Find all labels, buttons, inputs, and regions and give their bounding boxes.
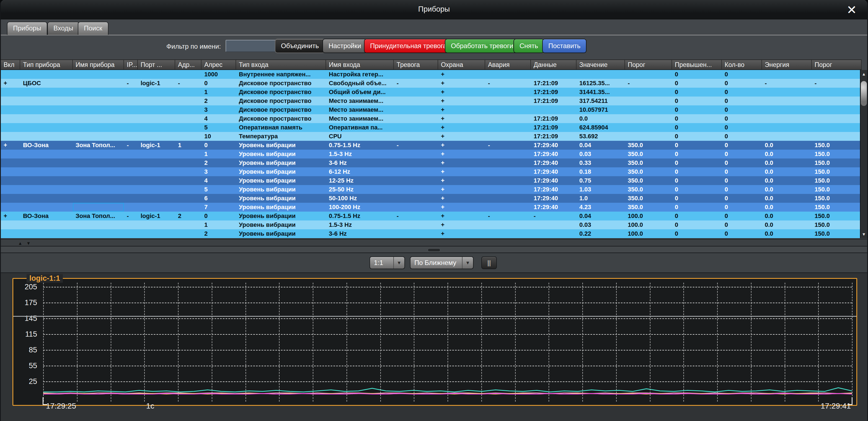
- table-cell[interactable]: 150.0: [812, 229, 862, 238]
- table-cell[interactable]: [124, 203, 138, 212]
- table-cell[interactable]: [124, 114, 138, 123]
- plot-area[interactable]: [43, 283, 852, 402]
- table-cell[interactable]: [175, 221, 202, 229]
- mode-select[interactable]: По Ближнему ▼: [410, 256, 473, 269]
- table-cell[interactable]: 1: [202, 88, 236, 97]
- table-cell[interactable]: logic-1: [138, 79, 175, 88]
- table-cell[interactable]: [124, 132, 138, 141]
- table-cell[interactable]: 0: [672, 150, 722, 159]
- table-row[interactable]: 1Уровень вибрации1.5-3 Hz+0.03100.0000.0…: [1, 221, 862, 229]
- column-header[interactable]: Кол-во: [722, 60, 762, 69]
- table-cell[interactable]: [1, 132, 20, 141]
- table-cell[interactable]: 150.0: [812, 150, 862, 159]
- table-cell[interactable]: [812, 105, 862, 114]
- table-cell[interactable]: [175, 150, 202, 159]
- table-cell[interactable]: 17:21:09: [531, 97, 577, 105]
- table-cell[interactable]: Зона Топол...: [73, 141, 124, 150]
- splitter[interactable]: [1, 247, 867, 253]
- table-cell[interactable]: [485, 97, 531, 105]
- table-cell[interactable]: Уровень вибрации: [236, 194, 326, 203]
- table-cell[interactable]: [394, 185, 438, 194]
- table-cell[interactable]: [20, 185, 73, 194]
- table-cell[interactable]: 0.04: [577, 141, 625, 150]
- table-cell[interactable]: Оперативная па...: [326, 123, 394, 132]
- table-cell[interactable]: 100.0: [625, 212, 672, 221]
- table-cell[interactable]: [762, 70, 812, 79]
- table-cell[interactable]: [175, 88, 202, 97]
- table-cell[interactable]: [73, 229, 124, 238]
- scrollbar-thumb[interactable]: [861, 81, 867, 106]
- table-cell[interactable]: [1, 229, 20, 238]
- table-cell[interactable]: [138, 132, 175, 141]
- table-cell[interactable]: [531, 229, 577, 238]
- table-row[interactable]: 2Уровень вибрации3-6 Hz+17:29:400.33350.…: [1, 159, 862, 167]
- table-cell[interactable]: [394, 97, 438, 105]
- table-cell[interactable]: +: [438, 132, 485, 141]
- table-cell[interactable]: [73, 105, 124, 114]
- table-cell[interactable]: Место занимаем...: [326, 105, 394, 114]
- table-cell[interactable]: [124, 97, 138, 105]
- table-cell[interactable]: [73, 203, 124, 212]
- table-cell[interactable]: 1.5-3 Hz: [326, 150, 394, 159]
- table-cell[interactable]: [394, 88, 438, 97]
- table-row[interactable]: +ВО-ЗонаЗона Топол...-logic-110Уровень в…: [1, 141, 862, 150]
- table-cell[interactable]: 0: [672, 123, 722, 132]
- table-cell[interactable]: Температура: [236, 132, 326, 141]
- set-button[interactable]: Поставить: [542, 39, 587, 53]
- table-cell[interactable]: [73, 167, 124, 176]
- table-cell[interactable]: [20, 203, 73, 212]
- table-cell[interactable]: +: [438, 88, 485, 97]
- table-cell[interactable]: 50-100 Hz: [326, 194, 394, 203]
- table-row[interactable]: +ВО-ЗонаЗона Топол...-logic-120Уровень в…: [1, 212, 862, 221]
- table-cell[interactable]: 0: [672, 176, 722, 185]
- table-cell[interactable]: 150.0: [812, 185, 862, 194]
- table-cell[interactable]: 1.03: [577, 185, 625, 194]
- table-cell[interactable]: +: [438, 229, 485, 238]
- table-cell[interactable]: [124, 88, 138, 97]
- table-cell[interactable]: 0: [672, 97, 722, 105]
- table-cell[interactable]: +: [438, 105, 485, 114]
- table-cell[interactable]: 0.0: [762, 229, 812, 238]
- table-cell[interactable]: [485, 88, 531, 97]
- table-cell[interactable]: 0.03: [577, 221, 625, 229]
- table-cell[interactable]: 5: [202, 185, 236, 194]
- table-cell[interactable]: 0: [672, 194, 722, 203]
- table-cell[interactable]: Общий объем ди...: [326, 88, 394, 97]
- table-cell[interactable]: [175, 167, 202, 176]
- table-cell[interactable]: 0: [672, 114, 722, 123]
- table-row[interactable]: 5Уровень вибрации25-50 Hz+17:29:401.0335…: [1, 185, 862, 194]
- table-cell[interactable]: -: [485, 212, 531, 221]
- table-row[interactable]: +ЦБОС-logic-1-0Дисковое пространствоСвоб…: [1, 79, 862, 88]
- table-cell[interactable]: Уровень вибрации: [236, 176, 326, 185]
- table-cell[interactable]: 0: [672, 212, 722, 221]
- tab-poisk[interactable]: Поиск: [78, 22, 108, 35]
- table-cell[interactable]: Уровень вибрации: [236, 185, 326, 194]
- table-cell[interactable]: 1.0: [577, 194, 625, 203]
- table-cell[interactable]: 0: [722, 229, 762, 238]
- table-cell[interactable]: 17:29:40: [531, 176, 577, 185]
- table-cell[interactable]: 0: [722, 141, 762, 150]
- table-cell[interactable]: 0: [722, 203, 762, 212]
- table-cell[interactable]: 17:29:40: [531, 150, 577, 159]
- table-row[interactable]: 3Уровень вибрации6-12 Hz+17:29:400.18350…: [1, 167, 862, 176]
- table-cell[interactable]: [138, 176, 175, 185]
- table-cell[interactable]: [175, 132, 202, 141]
- table-cell[interactable]: [394, 229, 438, 238]
- table-cell[interactable]: [531, 70, 577, 79]
- table-cell[interactable]: [1, 70, 20, 79]
- table-cell[interactable]: Настройка гетер...: [326, 70, 394, 79]
- table-cell[interactable]: 0.0: [762, 203, 812, 212]
- table-cell[interactable]: 0: [722, 185, 762, 194]
- table-cell[interactable]: [485, 105, 531, 114]
- table-cell[interactable]: [20, 159, 73, 167]
- table-cell[interactable]: [73, 176, 124, 185]
- table-cell[interactable]: [138, 229, 175, 238]
- scroll-up-small-icon[interactable]: ▲: [18, 241, 23, 246]
- table-cell[interactable]: 1: [175, 141, 202, 150]
- table-cell[interactable]: -: [394, 212, 438, 221]
- table-row[interactable]: 2Уровень вибрации3-6 Hz+0.22100.0000.015…: [1, 229, 862, 238]
- table-cell[interactable]: 0: [722, 167, 762, 176]
- table-cell[interactable]: +: [438, 150, 485, 159]
- table-cell[interactable]: +: [438, 97, 485, 105]
- table-cell[interactable]: Уровень вибрации: [236, 150, 326, 159]
